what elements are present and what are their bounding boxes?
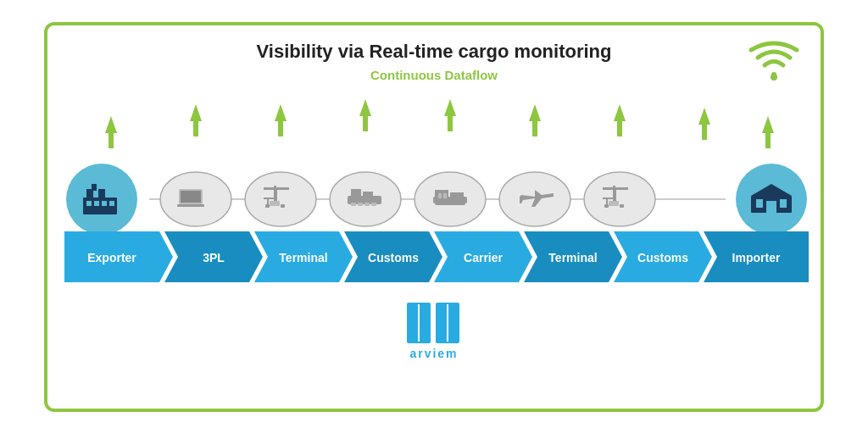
svg-rect-23 bbox=[756, 199, 763, 208]
arviem-logo: arviem bbox=[405, 301, 463, 360]
arviem-logo-icon bbox=[405, 301, 463, 345]
svg-rect-33 bbox=[264, 198, 275, 199]
svg-text:Terminal: Terminal bbox=[279, 251, 327, 264]
svg-rect-60 bbox=[615, 187, 616, 201]
svg-rect-42 bbox=[363, 192, 373, 198]
svg-rect-51 bbox=[435, 202, 465, 205]
svg-rect-50 bbox=[450, 192, 464, 198]
diagram-svg: Exporter 3PL Terminal Customs Carrier Te… bbox=[64, 89, 809, 309]
svg-rect-35 bbox=[275, 187, 277, 201]
svg-rect-38 bbox=[270, 201, 280, 206]
svg-rect-15 bbox=[92, 184, 97, 191]
svg-rect-36 bbox=[265, 204, 270, 208]
svg-marker-4 bbox=[359, 99, 371, 131]
svg-rect-17 bbox=[94, 201, 99, 206]
svg-rect-29 bbox=[177, 204, 204, 207]
svg-rect-19 bbox=[109, 201, 114, 206]
subtitle: Continuous Dataflow bbox=[64, 68, 804, 82]
svg-point-55 bbox=[584, 172, 655, 226]
svg-text:Customs: Customs bbox=[637, 251, 688, 264]
svg-marker-8 bbox=[698, 108, 710, 140]
svg-rect-62 bbox=[620, 204, 624, 208]
svg-rect-52 bbox=[438, 193, 442, 198]
svg-text:3PL: 3PL bbox=[203, 251, 225, 264]
svg-rect-61 bbox=[604, 204, 609, 208]
svg-text:Terminal: Terminal bbox=[548, 251, 597, 264]
svg-marker-6 bbox=[529, 104, 541, 136]
svg-marker-9 bbox=[762, 116, 774, 148]
main-container: Visibility via Real-time cargo monitorin… bbox=[44, 22, 824, 412]
svg-rect-25 bbox=[766, 201, 776, 213]
wifi-icon bbox=[748, 41, 800, 88]
svg-rect-37 bbox=[281, 204, 285, 208]
svg-rect-41 bbox=[351, 189, 361, 198]
svg-marker-3 bbox=[275, 104, 287, 136]
svg-rect-43 bbox=[351, 203, 356, 206]
svg-rect-45 bbox=[364, 203, 370, 206]
svg-marker-1 bbox=[105, 116, 117, 148]
svg-rect-18 bbox=[102, 201, 107, 206]
svg-text:Carrier: Carrier bbox=[464, 251, 503, 264]
svg-rect-16 bbox=[86, 201, 92, 206]
svg-marker-7 bbox=[614, 104, 626, 136]
svg-rect-28 bbox=[181, 191, 201, 203]
svg-rect-14 bbox=[98, 189, 105, 199]
logo-area: arviem bbox=[64, 301, 804, 360]
page-title: Visibility via Real-time cargo monitorin… bbox=[64, 41, 804, 63]
svg-rect-63 bbox=[609, 201, 619, 206]
svg-marker-2 bbox=[190, 104, 202, 136]
svg-text:Exporter: Exporter bbox=[87, 251, 136, 264]
svg-marker-5 bbox=[444, 99, 456, 131]
svg-rect-24 bbox=[780, 199, 787, 208]
svg-rect-46 bbox=[371, 203, 376, 206]
svg-point-30 bbox=[245, 172, 316, 226]
svg-rect-44 bbox=[358, 203, 363, 206]
svg-rect-53 bbox=[443, 193, 447, 198]
svg-text:Importer: Importer bbox=[732, 251, 781, 264]
svg-text:Customs: Customs bbox=[368, 251, 419, 264]
svg-point-0 bbox=[771, 74, 777, 81]
svg-rect-58 bbox=[603, 198, 615, 199]
arviem-logo-text: arviem bbox=[409, 347, 458, 360]
